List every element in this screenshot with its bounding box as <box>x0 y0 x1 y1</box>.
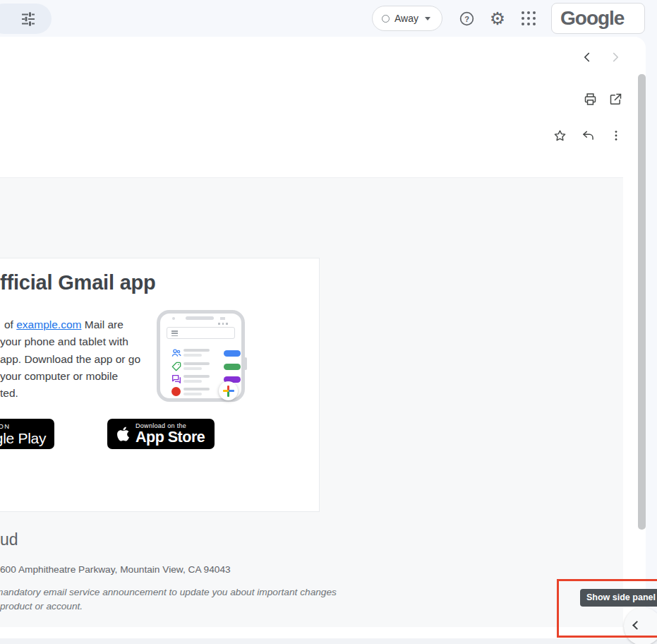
email-heading: fficial Gmail app <box>0 271 156 294</box>
tune-icon <box>20 11 37 28</box>
gmail-window: Away ? ⚙ Google <box>0 0 657 644</box>
phone-list-row <box>160 360 241 373</box>
apps-grid-icon <box>522 11 536 25</box>
green-pill <box>224 364 241 370</box>
bottom-strip <box>0 638 657 644</box>
reply-arrow-icon <box>581 129 596 143</box>
label-icon <box>171 361 182 372</box>
body-line-2: your phone and tablet with <box>0 333 140 350</box>
body-line-3: app. Download the app or go <box>0 351 140 368</box>
email-content-card: fficial Gmail app of example.com Mail ar… <box>0 258 320 512</box>
chevron-down-icon <box>425 17 430 20</box>
phone-statusbar-icons <box>218 323 228 325</box>
newer-email-button[interactable] <box>574 44 600 70</box>
google-play-badge[interactable]: GET IT ON Google Play <box>0 419 54 449</box>
chevron-right-icon <box>608 49 623 65</box>
help-button[interactable]: ? <box>452 4 481 32</box>
search-options-button[interactable] <box>0 4 52 34</box>
open-in-new-icon <box>608 92 623 107</box>
print-button[interactable] <box>577 86 603 112</box>
google-play-label: Google Play <box>0 430 46 447</box>
account-logo-box[interactable]: Google <box>551 3 645 34</box>
header-bar: Away ? ⚙ Google <box>0 0 657 37</box>
phone-list-row <box>160 347 241 359</box>
status-selector[interactable]: Away <box>372 6 442 31</box>
hamburger-icon <box>171 330 178 338</box>
apple-icon <box>116 426 130 442</box>
chevron-left-icon <box>579 49 595 65</box>
status-circle-icon <box>382 15 390 23</box>
google-play-tagline: GET IT ON <box>0 422 46 430</box>
show-side-panel-tooltip: Show side panel <box>580 589 657 607</box>
apps-launcher-button[interactable] <box>514 4 543 32</box>
contacts-icon <box>171 347 182 359</box>
phone-camera-dot <box>172 317 175 320</box>
settings-button[interactable]: ⚙ <box>483 4 512 32</box>
star-button[interactable] <box>547 123 572 148</box>
footer-disclaimer-line2: product or account. <box>0 601 83 612</box>
star-icon <box>553 129 567 143</box>
phone-side-button <box>244 357 247 370</box>
footer-disclaimer-line1: mandatory email service announcement to … <box>0 587 337 597</box>
footer-address: 600 Amphitheatre Parkway, Mountain View,… <box>0 564 231 575</box>
footer-brand-fragment: ud <box>0 530 18 549</box>
svg-text:?: ? <box>464 14 469 23</box>
gear-icon: ⚙ <box>490 10 505 28</box>
example-com-link[interactable]: example.com <box>16 318 81 330</box>
blue-pill <box>224 350 241 357</box>
body-line-1: of example.com Mail are <box>0 316 140 333</box>
reply-button[interactable] <box>575 123 601 148</box>
older-email-button[interactable] <box>603 44 628 70</box>
phone-sensor <box>220 317 225 320</box>
chat-icon <box>171 374 182 385</box>
chevron-left-icon <box>632 621 641 630</box>
more-options-button[interactable] <box>603 123 629 148</box>
app-store-label: App Store <box>135 430 205 446</box>
open-in-new-window-button[interactable] <box>603 86 628 112</box>
app-store-badge[interactable]: Download on the App Store <box>107 419 215 449</box>
google-logo: Google <box>560 7 624 30</box>
status-label: Away <box>394 13 418 24</box>
show-side-panel-button[interactable] <box>624 607 657 644</box>
body-line-4: your computer or mobile <box>0 368 140 385</box>
phone-speaker <box>186 316 214 320</box>
body-line-5: ted. <box>0 385 140 402</box>
phone-search-bar <box>167 327 235 339</box>
more-vert-icon <box>609 129 623 143</box>
phone-illustration <box>157 310 245 402</box>
red-dot-icon <box>171 387 181 396</box>
email-body-text: of example.com Mail are your phone and t… <box>0 316 140 402</box>
scrollbar-thumb[interactable] <box>638 74 646 530</box>
compose-fab-icon <box>219 381 238 400</box>
help-icon: ? <box>459 11 475 27</box>
printer-icon <box>583 92 598 107</box>
